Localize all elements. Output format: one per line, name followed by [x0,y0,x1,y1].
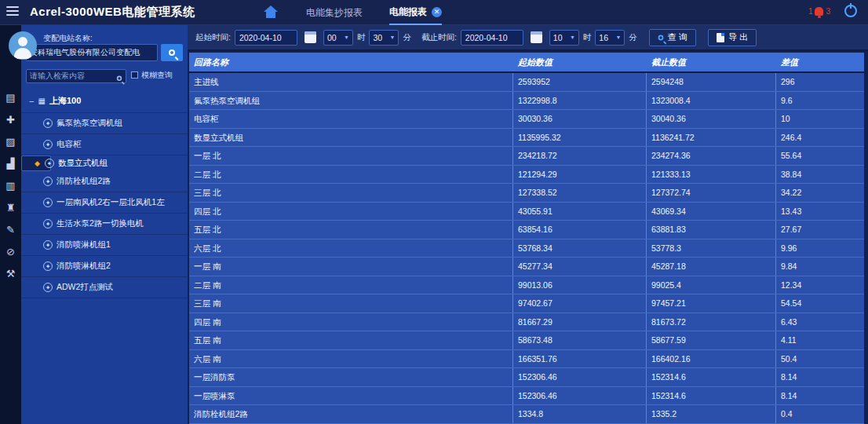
tab-energy-report-list[interactable]: 电能集抄报表 [306,0,363,25]
search-icon [117,72,122,83]
user-avatar[interactable] [9,31,37,60]
tree-filter-input[interactable] [26,69,126,83]
start-date-input[interactable] [235,30,297,46]
diff-value-cell: 296 [776,73,864,91]
selected-diamond-icon: ◆ [35,159,40,167]
circuit-node-icon: ✦ [43,119,53,128]
column-header-start[interactable]: 起始数值 [513,57,647,68]
tree-node-label: 数显立式机组 [58,158,108,169]
end-hour-value: 10 [553,33,563,42]
end-value-cell: 121333.13 [647,166,776,184]
table-row[interactable]: 消防栓机组2路1334.81335.20.4 [189,405,864,424]
calendar-icon[interactable] [531,31,542,43]
end-value-cell: 63881.83 [647,221,776,239]
logout-power-icon[interactable] [844,5,857,17]
app-window: Acrel-3000WEB电能管理系统 电能集抄报表 电能报表 ✕ 1 3 ▤✚… [0,0,868,424]
start-value-cell: 58673.48 [513,331,647,349]
column-header-diff[interactable]: 差值 [776,57,864,68]
tree-node-label: 电容柜 [57,139,82,150]
table-row[interactable]: 五层 北63854.1663881.8327.67 [189,221,864,239]
circuit-node-icon: ✦ [43,219,53,228]
table-row[interactable]: 四层 南81667.2981673.726.43 [189,313,864,332]
end-date-input[interactable] [461,30,523,46]
export-button[interactable]: 导 出 [708,29,757,46]
table-row[interactable]: 六层 南166351.76166402.1650.4 [189,350,864,369]
circuit-name-cell: 一层 北 [189,147,513,165]
alarm-indicator[interactable]: 1 3 [808,7,830,16]
tree-node-label: 生活水泵2路一切换电机 [57,218,144,229]
tree-node[interactable]: ✦电容柜 [21,134,188,155]
edit-icon[interactable]: ⊘ [0,240,21,262]
tree-node[interactable]: ✦一层南风机2右一层北风机1左 [21,192,188,214]
tree-node-label: 氟泵热泵空调机组 [57,118,122,129]
circuit-name-cell: 电容柜 [189,110,513,128]
chart-icon[interactable]: ▟ [0,152,21,174]
left-icon-rail: ▤✚▨▟▥♜✎⊘⚒ [0,25,21,424]
circuit-name-cell: 五层 北 [189,221,513,239]
tree-node[interactable]: ✦消防喷淋机组1 [21,235,188,256]
table-row[interactable]: 一层喷淋泵152306.46152314.68.14 [189,387,864,406]
table-row[interactable]: 氟泵热泵空调机组1322998.81323008.49.6 [189,92,864,111]
end-minute-select[interactable]: 16 ▼ [595,30,625,46]
circuit-name-cell: 一层喷淋泵 [189,387,513,405]
table-row[interactable]: 四层 北43055.9143069.3413.43 [189,203,864,221]
column-header-end[interactable]: 截止数值 [647,57,776,68]
table-row[interactable]: 三层 南97402.6797457.2154.54 [189,294,864,313]
chevron-down-icon: ▼ [389,35,395,40]
circuit-name-cell: 一层消防泵 [189,368,513,386]
diff-value-cell: 8.14 [776,368,864,386]
alarm-icon[interactable]: ♜ [0,196,21,218]
query-button[interactable]: 查 询 [649,29,696,46]
table-row[interactable]: 数显立式机组1135995.321136241.72246.4 [189,129,864,148]
table-row[interactable]: 二层 北121294.29121333.1338.84 [189,166,864,185]
column-header-circuit[interactable]: 回路名称 [189,57,513,68]
calendar-icon[interactable] [305,31,316,43]
alarm-bell-icon [815,7,823,16]
tab-close-icon[interactable]: ✕ [432,7,442,17]
tree-node[interactable]: ✦ADW2打点测试 [21,277,188,298]
tab-energy-report[interactable]: 电能报表 ✕ [389,0,442,25]
checkbox-icon [131,71,138,79]
table-row[interactable]: 一层 北234218.72234274.3655.64 [189,147,864,166]
table-row[interactable]: 一层消防泵152306.46152314.68.14 [189,368,864,387]
station-input[interactable] [26,44,158,61]
diff-value-cell: 12.34 [776,276,864,294]
folder-icon[interactable]: ▨ [0,130,21,152]
collapse-icon[interactable]: − [29,97,34,106]
tree-node[interactable]: ✦氟泵热泵空调机组 [21,113,188,134]
table-row[interactable]: 三层 北127338.52127372.7434.22 [189,184,864,203]
monitor-icon[interactable]: ▤ [0,86,21,108]
search-icon [169,49,175,56]
tree-node[interactable]: ✦消防喷淋机组2 [21,256,188,277]
start-value-cell: 45277.34 [513,258,647,276]
tree-node[interactable]: ✦生活水泵2路一切换电机 [21,214,188,235]
table-row[interactable]: 主进线25939522594248296 [189,73,864,92]
station-search-button[interactable] [161,44,183,61]
device-icon[interactable]: ✚ [0,108,21,130]
start-minute-select[interactable]: 30 ▼ [369,30,399,46]
start-value-cell: 2593952 [513,73,647,91]
end-value-cell: 99025.4 [647,276,776,294]
home-icon[interactable] [264,5,278,18]
end-hour-select[interactable]: 10 ▼ [549,30,579,46]
hamburger-menu-icon[interactable] [6,6,19,17]
message-icon[interactable]: ✎ [0,218,21,240]
tab-label: 电能报表 [389,5,427,19]
start-hour-select[interactable]: 00 ▼ [323,30,353,46]
diff-value-cell: 6.43 [776,313,864,331]
tree-root-node[interactable]: − ▦ 上海100 [21,90,188,113]
search-icon [658,35,663,40]
table-row[interactable]: 六层 北53768.3453778.39.96 [189,239,864,258]
table-row[interactable]: 二层 南99013.0699025.412.34 [189,276,864,295]
start-minute-value: 30 [373,33,382,42]
alarm-count-left: 1 [808,7,813,16]
table-row[interactable]: 一层 南45277.3445287.189.84 [189,258,864,276]
tree-node[interactable]: ◆✦数显立式机组 [21,155,51,171]
settings-icon[interactable]: ⚒ [0,262,21,284]
table-row[interactable]: 电容柜30030.3630040.3610 [189,110,864,129]
tree-node[interactable]: ✦消防栓机组2路 [21,171,188,192]
diff-value-cell: 0.4 [776,405,864,423]
table-row[interactable]: 五层 南58673.4858677.594.11 [189,331,864,350]
report-icon[interactable]: ▥ [0,174,21,196]
fuzzy-search-checkbox[interactable]: 模糊查询 [131,70,173,81]
